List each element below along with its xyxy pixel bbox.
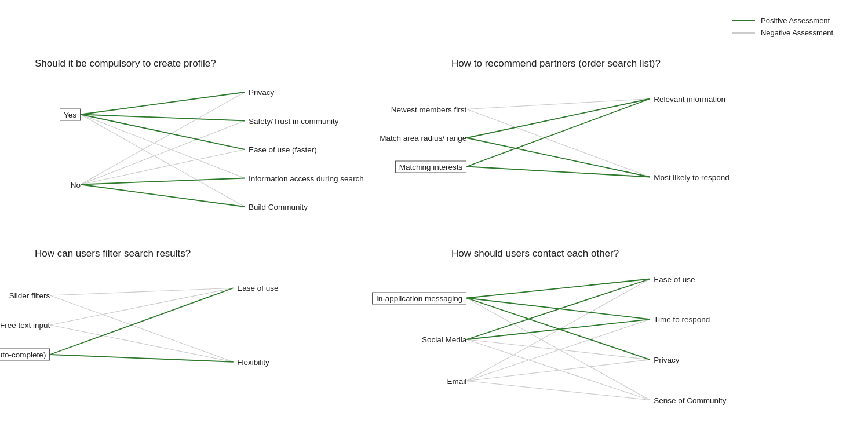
left-node-2: Email	[447, 377, 467, 385]
panel-title-profile: Should it be compulsory to create profil…	[35, 58, 417, 70]
negative-line	[732, 32, 755, 34]
connections-svg-profile	[35, 86, 417, 213]
negative-line	[81, 92, 245, 185]
left-node-1: Social Media	[422, 335, 466, 344]
panel-title-contact: How should users contact each other?	[451, 248, 833, 260]
positive-line	[466, 138, 650, 177]
negative-line	[466, 109, 650, 177]
right-node-3: Information access during search	[249, 174, 364, 182]
positive-label: Positive Assessment	[761, 16, 830, 25]
connections-svg-recommend	[451, 86, 833, 190]
connections-svg-filter	[35, 276, 417, 374]
negative-line	[81, 121, 245, 185]
negative-line	[466, 339, 650, 400]
legend-negative: Negative Assessment	[732, 28, 833, 37]
right-node-0: Ease of use	[237, 284, 278, 293]
right-node-1: Time to respond	[654, 315, 710, 324]
right-node-0: Ease of use	[654, 275, 695, 283]
right-node-0: Relevant information	[654, 94, 725, 103]
negative-line	[466, 360, 650, 381]
diagram-contact: In-application messagingSocial MediaEmai…	[451, 276, 833, 403]
right-node-4: Build Community	[249, 203, 308, 211]
left-node-0: In-application messaging	[372, 292, 466, 304]
negative-line	[81, 115, 245, 178]
diagram-filter: Slider filtersFree text inputBoth (auto-…	[35, 276, 417, 374]
left-node-0: Slider filters	[9, 291, 50, 300]
left-node-0: Yes	[60, 108, 81, 120]
right-node-0: Privacy	[249, 88, 274, 97]
diagram-recommend: Newest members firstMatch area radius/ r…	[451, 86, 833, 190]
right-node-2: Ease of use (faster)	[249, 145, 317, 154]
panel-contact: How should users contact each other?In-a…	[440, 242, 845, 409]
negative-line	[466, 381, 650, 400]
left-node-1: Free text input	[0, 321, 50, 330]
right-node-1: Flexibility	[237, 357, 269, 366]
positive-line	[81, 185, 245, 207]
positive-line	[50, 288, 233, 355]
panel-filter: How can users filter search results?Slid…	[23, 242, 428, 409]
right-node-1: Most likely to respond	[654, 173, 730, 181]
positive-line	[50, 355, 233, 362]
connections-svg-contact	[451, 276, 833, 403]
negative-line	[466, 339, 650, 360]
panel-profile: Should it be compulsory to create profil…	[23, 52, 428, 219]
right-node-3: Sense of Community	[654, 396, 726, 404]
panel-title-filter: How can users filter search results?	[35, 248, 417, 260]
right-node-1: Safety/Trust in community	[249, 116, 339, 125]
panel-recommend: How to recommend partners (order search …	[440, 52, 845, 219]
positive-line	[81, 92, 245, 115]
positive-line	[732, 20, 755, 21]
negative-line	[50, 325, 233, 362]
negative-label: Negative Assessment	[761, 28, 833, 37]
negative-line	[466, 298, 650, 400]
negative-line	[50, 288, 233, 295]
positive-line	[466, 99, 650, 138]
positive-line	[466, 99, 650, 167]
right-node-2: Privacy	[654, 355, 679, 364]
left-node-1: No	[71, 180, 81, 189]
legend: Positive Assessment Negative Assessment	[732, 16, 833, 37]
panel-grid: Should it be compulsory to create profil…	[23, 52, 845, 409]
panel-title-recommend: How to recommend partners (order search …	[451, 58, 833, 70]
negative-line	[50, 295, 233, 362]
left-node-0: Newest members first	[391, 105, 467, 114]
positive-line	[466, 319, 650, 339]
legend-positive: Positive Assessment	[732, 16, 833, 25]
positive-line	[466, 167, 650, 177]
left-node-1: Match area radius/ range	[380, 134, 466, 143]
left-node-2: Matching interests	[395, 160, 467, 173]
left-node-2: Both (auto-complete)	[0, 349, 50, 361]
diagram-profile: YesNoPrivacySafety/Trust in communityEas…	[35, 86, 417, 213]
negative-line	[466, 99, 650, 109]
negative-line	[50, 288, 233, 325]
negative-line	[81, 115, 245, 207]
page: Positive Assessment Negative Assessment …	[0, 0, 868, 431]
